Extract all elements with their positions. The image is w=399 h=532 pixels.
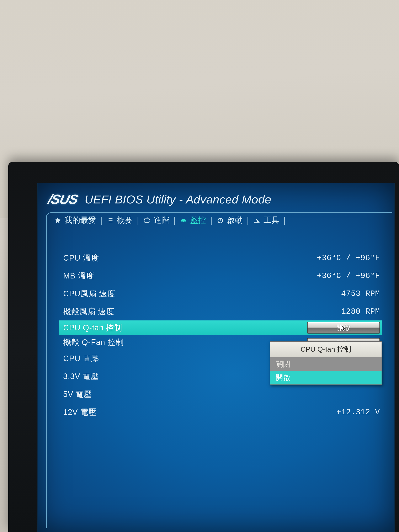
svg-rect-3 [254, 222, 260, 222]
row-cpu-fan[interactable]: CPU風扇 速度 4753 RPM [59, 285, 382, 303]
tab-separator: | [98, 215, 105, 225]
cpu-qfan-popup: CPU Q-fan 控制 關閉 開啟 [270, 341, 382, 385]
cpu-fan-value: 4753 RPM [341, 289, 380, 298]
power-icon [216, 216, 224, 224]
tab-separator: | [171, 215, 178, 225]
popup-option-off[interactable]: 關閉 [270, 357, 381, 371]
popup-title: CPU Q-fan 控制 [270, 342, 381, 357]
row-chassis-qfan[interactable]: 機殼 Q-Fan 控制 開啟 CPU Q-fan 控制 關閉 開啟 [59, 335, 382, 349]
v12-value: +12.312 V [336, 408, 380, 417]
cpu-temp-value: +36°C / +96°F [317, 253, 380, 262]
chassis-qfan-label: 機殼 Q-Fan 控制 [63, 337, 124, 348]
tab-boot[interactable]: 啟動 [215, 214, 244, 227]
tab-advanced[interactable]: 進階 [141, 214, 171, 227]
tab-separator: | [244, 215, 252, 225]
tab-main-label: 概要 [117, 215, 133, 226]
svg-rect-0 [145, 218, 149, 222]
tab-boot-label: 啟動 [227, 215, 243, 226]
tab-tool[interactable]: 工具 [252, 214, 281, 227]
v12-label: 12V 電壓 [63, 407, 96, 418]
row-12v[interactable]: 12V 電壓 +12.312 V [59, 403, 382, 421]
asus-logo: /SUS [47, 192, 79, 207]
v3-3-label: 3.3V 電壓 [63, 371, 99, 382]
popup-option-on[interactable]: 開啟 [270, 371, 381, 385]
cpu-qfan-label: CPU Q-fan 控制 [63, 323, 122, 333]
list-icon [106, 216, 114, 224]
row-cpu-qfan[interactable]: CPU Q-fan 控制 開啟 [59, 320, 382, 335]
monitor-settings-list: CPU 溫度 +36°C / +96°F MB 溫度 +36°C / +96°F… [38, 249, 394, 421]
row-chassis-fan[interactable]: 機殼風扇 速度 1280 RPM [59, 303, 382, 320]
bios-screen: /SUS UEFI BIOS Utility - Advanced Mode 我… [38, 183, 395, 532]
chassis-fan-label: 機殼風扇 速度 [63, 306, 114, 317]
mb-temp-label: MB 溫度 [63, 271, 94, 281]
bios-title: UEFI BIOS Utility - Advanced Mode [85, 193, 271, 206]
tab-separator: | [134, 215, 141, 225]
v5-label: 5V 電壓 [63, 389, 92, 400]
chip-icon [143, 216, 151, 224]
gauge-icon [180, 216, 187, 224]
row-mb-temp[interactable]: MB 溫度 +36°C / +96°F [59, 267, 382, 285]
bios-tabs: 我的最愛 | 概要 | 進階 | 監控 [38, 212, 394, 229]
row-5v[interactable]: 5V 電壓 [59, 385, 382, 403]
tab-separator: | [208, 215, 215, 225]
tab-monitor-label: 監控 [190, 215, 206, 226]
mb-temp-value: +36°C / +96°F [317, 271, 380, 280]
tab-tool-label: 工具 [264, 215, 279, 226]
svg-point-1 [183, 221, 184, 222]
tool-icon [253, 216, 261, 224]
tab-monitor[interactable]: 監控 [178, 214, 208, 227]
cpu-fan-label: CPU風扇 速度 [63, 288, 115, 299]
cpu-voltage-label: CPU 電壓 [63, 353, 99, 364]
tab-favorites[interactable]: 我的最愛 [52, 214, 98, 227]
tab-separator: | [281, 215, 288, 225]
star-icon [54, 216, 62, 224]
tab-favorites-label: 我的最愛 [64, 215, 96, 226]
tab-main[interactable]: 概要 [105, 214, 134, 227]
monitor-bezel: /SUS UEFI BIOS Utility - Advanced Mode 我… [8, 162, 399, 532]
bios-header: /SUS UEFI BIOS Utility - Advanced Mode [38, 183, 394, 212]
tab-advanced-label: 進階 [154, 215, 169, 226]
cpu-temp-label: CPU 溫度 [63, 253, 99, 263]
row-cpu-temp[interactable]: CPU 溫度 +36°C / +96°F [59, 249, 382, 267]
chassis-fan-value: 1280 RPM [341, 307, 380, 316]
